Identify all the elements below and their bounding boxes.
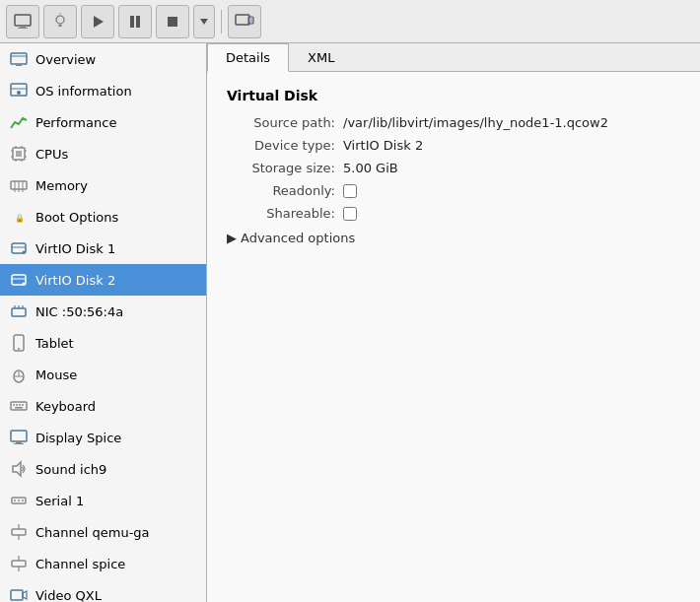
video-icon — [8, 584, 30, 602]
sidebar-item-mouse[interactable]: Mouse — [0, 359, 206, 390]
sidebar-label-serial-1: Serial 1 — [35, 494, 84, 508]
sidebar-label-sound-ich9: Sound ich9 — [35, 462, 106, 477]
sidebar-item-memory[interactable]: Memory — [0, 169, 206, 201]
bulb-icon — [50, 12, 70, 32]
advanced-options[interactable]: ▶ Advanced options — [227, 231, 680, 245]
channel-icon-1 — [8, 521, 30, 543]
advanced-options-label: Advanced options — [241, 231, 355, 245]
source-path-label: Source path: — [227, 115, 335, 130]
display-button[interactable] — [228, 5, 261, 38]
pause-button[interactable] — [118, 5, 152, 38]
svg-marker-75 — [23, 591, 27, 599]
device-type-value: VirtIO Disk 2 — [343, 138, 423, 153]
sidebar-item-tablet[interactable]: Tablet — [0, 327, 206, 359]
sidebar-label-display-spice: Display Spice — [35, 431, 121, 445]
sidebar-item-channel-spice[interactable]: Channel spice — [0, 548, 206, 579]
sidebar-item-virtio-disk-1[interactable]: VirtIO Disk 1 — [0, 233, 206, 264]
nic-icon — [8, 301, 30, 322]
svg-rect-8 — [136, 16, 140, 28]
svg-rect-0 — [15, 15, 31, 26]
svg-marker-10 — [200, 19, 208, 25]
display-spice-icon — [8, 427, 30, 448]
sidebar-item-virtio-disk-2[interactable]: VirtIO Disk 2 — [0, 264, 206, 296]
svg-rect-21 — [16, 151, 22, 157]
cpu-icon — [8, 143, 30, 165]
monitor-icon — [13, 12, 33, 32]
play-button[interactable] — [81, 5, 114, 38]
sidebar-item-video-qxl[interactable]: Video QXL — [0, 579, 206, 602]
readonly-checkbox[interactable] — [343, 184, 357, 198]
sidebar-label-overview: Overview — [35, 52, 96, 67]
display-icon — [235, 12, 254, 32]
sidebar-label-virtio-disk-2: VirtIO Disk 2 — [35, 273, 115, 288]
sidebar-label-channel-spice: Channel spice — [35, 557, 125, 571]
chevron-right-icon: ▶ — [227, 231, 237, 245]
svg-rect-7 — [130, 16, 134, 28]
shareable-checkbox[interactable] — [343, 207, 357, 221]
sidebar-item-nic[interactable]: NIC :50:56:4a — [0, 296, 206, 327]
sidebar-label-video-qxl: Video QXL — [35, 588, 102, 603]
svg-marker-6 — [94, 16, 104, 28]
performance-icon — [8, 111, 30, 133]
svg-rect-45 — [12, 308, 26, 316]
sidebar: Overview OS information Performance — [0, 43, 207, 602]
svg-rect-2 — [18, 28, 28, 29]
readonly-row: Readonly: — [227, 183, 680, 198]
sidebar-item-keyboard[interactable]: Keyboard — [0, 390, 206, 422]
sidebar-label-tablet: Tablet — [35, 336, 74, 351]
svg-point-65 — [14, 500, 16, 502]
sidebar-item-performance[interactable]: Performance — [0, 106, 206, 138]
svg-rect-4 — [58, 25, 62, 27]
svg-rect-16 — [16, 64, 22, 66]
sidebar-item-sound-ich9[interactable]: Sound ich9 — [0, 453, 206, 485]
source-path-row: Source path: /var/lib/libvirt/images/lhy… — [227, 115, 680, 130]
svg-rect-59 — [15, 407, 23, 409]
sidebar-item-display-spice[interactable]: Display Spice — [0, 422, 206, 453]
detail-panel: Virtual Disk Source path: /var/lib/libvi… — [207, 72, 700, 602]
toolbar-separator — [221, 10, 222, 33]
svg-rect-9 — [168, 17, 177, 27]
shareable-row: Shareable: — [227, 206, 680, 221]
sidebar-label-channel-qemu-ga: Channel qemu-ga — [35, 525, 150, 540]
storage-size-label: Storage size: — [227, 161, 335, 175]
serial-icon — [8, 490, 30, 511]
sidebar-item-serial-1[interactable]: Serial 1 — [0, 485, 206, 516]
sidebar-label-boot-options: Boot Options — [35, 210, 118, 225]
tab-xml[interactable]: XML — [289, 43, 353, 71]
svg-rect-13 — [249, 18, 252, 23]
readonly-label: Readonly: — [227, 183, 335, 198]
keyboard-icon — [8, 395, 30, 417]
bulb-button[interactable] — [43, 5, 77, 38]
svg-rect-11 — [236, 15, 249, 25]
svg-rect-71 — [12, 561, 26, 567]
stop-icon — [165, 14, 180, 30]
svg-rect-74 — [11, 590, 23, 600]
sidebar-item-boot-options[interactable]: 🔒 Boot Options — [0, 201, 206, 233]
svg-rect-61 — [16, 441, 22, 443]
sidebar-item-channel-qemu-ga[interactable]: Channel qemu-ga — [0, 516, 206, 548]
device-type-label: Device type: — [227, 138, 335, 153]
sidebar-label-performance: Performance — [35, 115, 116, 130]
sound-icon — [8, 458, 30, 480]
svg-rect-54 — [11, 402, 27, 410]
sidebar-label-mouse: Mouse — [35, 368, 77, 382]
channel-icon-2 — [8, 553, 30, 574]
svg-rect-60 — [11, 431, 27, 441]
svg-text:🔒: 🔒 — [15, 213, 25, 223]
svg-point-40 — [23, 251, 26, 254]
sidebar-label-nic: NIC :50:56:4a — [35, 304, 123, 319]
sidebar-item-os-information[interactable]: OS information — [0, 75, 206, 106]
sidebar-item-overview[interactable]: Overview — [0, 43, 206, 75]
monitor-button[interactable] — [6, 5, 39, 38]
svg-point-50 — [18, 348, 20, 350]
tabs: Details XML — [207, 43, 700, 72]
sidebar-label-os-information: OS information — [35, 84, 132, 99]
tab-details[interactable]: Details — [207, 43, 289, 72]
disk-icon-1 — [8, 237, 30, 259]
dropdown-button[interactable] — [193, 5, 215, 38]
svg-point-67 — [22, 500, 24, 502]
sidebar-item-cpus[interactable]: CPUs — [0, 138, 206, 169]
mouse-icon — [8, 364, 30, 385]
stop-button[interactable] — [156, 5, 189, 38]
svg-rect-1 — [20, 26, 26, 28]
